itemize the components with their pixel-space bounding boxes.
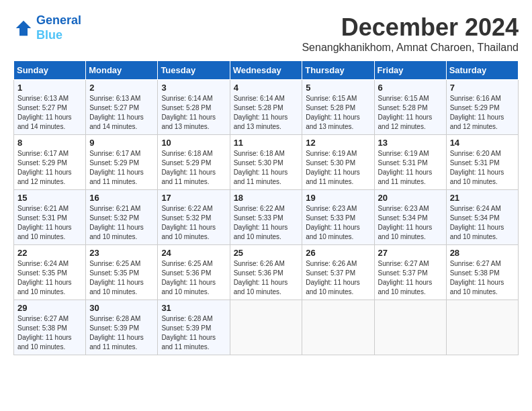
- day-info: Sunrise: 6:27 AMSunset: 5:37 PMDaylight:…: [378, 259, 443, 297]
- calendar-cell: [374, 300, 446, 355]
- logo: General Blue: [13, 13, 81, 42]
- day-number: 1: [17, 83, 82, 93]
- calendar-cell: 25Sunrise: 6:26 AMSunset: 5:36 PMDayligh…: [230, 245, 302, 300]
- day-number: 4: [234, 83, 299, 93]
- weekday-header-saturday: Saturday: [446, 61, 518, 80]
- calendar-cell: 7Sunrise: 6:16 AMSunset: 5:29 PMDaylight…: [446, 80, 518, 135]
- calendar-week-row: 15Sunrise: 6:21 AMSunset: 5:31 PMDayligh…: [14, 190, 519, 245]
- calendar-cell: 23Sunrise: 6:25 AMSunset: 5:35 PMDayligh…: [86, 245, 158, 300]
- day-info: Sunrise: 6:20 AMSunset: 5:31 PMDaylight:…: [450, 149, 515, 187]
- logo-icon: [13, 18, 34, 38]
- day-info: Sunrise: 6:23 AMSunset: 5:33 PMDaylight:…: [306, 204, 370, 242]
- day-info: Sunrise: 6:27 AMSunset: 5:38 PMDaylight:…: [17, 314, 82, 352]
- day-info: Sunrise: 6:28 AMSunset: 5:39 PMDaylight:…: [161, 314, 226, 352]
- calendar-week-row: 8Sunrise: 6:17 AMSunset: 5:29 PMDaylight…: [14, 135, 519, 190]
- day-number: 6: [378, 83, 443, 93]
- day-number: 30: [89, 303, 154, 313]
- calendar-cell: 28Sunrise: 6:27 AMSunset: 5:38 PMDayligh…: [446, 245, 518, 300]
- calendar-cell: 2Sunrise: 6:13 AMSunset: 5:27 PMDaylight…: [86, 80, 158, 135]
- day-info: Sunrise: 6:27 AMSunset: 5:38 PMDaylight:…: [450, 259, 515, 297]
- day-number: 15: [17, 193, 82, 203]
- day-number: 3: [161, 83, 226, 93]
- day-info: Sunrise: 6:19 AMSunset: 5:30 PMDaylight:…: [306, 149, 370, 187]
- calendar-week-row: 29Sunrise: 6:27 AMSunset: 5:38 PMDayligh…: [14, 300, 519, 355]
- day-info: Sunrise: 6:26 AMSunset: 5:37 PMDaylight:…: [306, 259, 370, 297]
- calendar-cell: 22Sunrise: 6:24 AMSunset: 5:35 PMDayligh…: [14, 245, 86, 300]
- logo-text: General Blue: [36, 13, 81, 42]
- day-info: Sunrise: 6:16 AMSunset: 5:29 PMDaylight:…: [450, 94, 515, 132]
- day-info: Sunrise: 6:14 AMSunset: 5:28 PMDaylight:…: [234, 94, 299, 132]
- day-number: 2: [89, 83, 154, 93]
- day-number: 12: [306, 138, 370, 148]
- day-info: Sunrise: 6:25 AMSunset: 5:35 PMDaylight:…: [89, 259, 154, 297]
- day-number: 7: [450, 83, 515, 93]
- calendar-cell: 19Sunrise: 6:23 AMSunset: 5:33 PMDayligh…: [302, 190, 374, 245]
- day-info: Sunrise: 6:26 AMSunset: 5:36 PMDaylight:…: [234, 259, 299, 297]
- calendar-cell: [302, 300, 374, 355]
- weekday-header-sunday: Sunday: [14, 61, 86, 80]
- day-info: Sunrise: 6:13 AMSunset: 5:27 PMDaylight:…: [89, 94, 154, 132]
- day-number: 13: [378, 138, 443, 148]
- day-number: 31: [161, 303, 226, 313]
- page-header: General Blue December 2024 Senangkhanikh…: [13, 13, 519, 54]
- day-number: 16: [89, 193, 154, 203]
- day-number: 29: [17, 303, 82, 313]
- calendar-week-row: 22Sunrise: 6:24 AMSunset: 5:35 PMDayligh…: [14, 245, 519, 300]
- day-number: 10: [161, 138, 226, 148]
- calendar-cell: 26Sunrise: 6:26 AMSunset: 5:37 PMDayligh…: [302, 245, 374, 300]
- calendar-cell: 12Sunrise: 6:19 AMSunset: 5:30 PMDayligh…: [302, 135, 374, 190]
- calendar-cell: 21Sunrise: 6:24 AMSunset: 5:34 PMDayligh…: [446, 190, 518, 245]
- day-info: Sunrise: 6:23 AMSunset: 5:34 PMDaylight:…: [378, 204, 443, 242]
- calendar-cell: [446, 300, 518, 355]
- calendar-cell: 29Sunrise: 6:27 AMSunset: 5:38 PMDayligh…: [14, 300, 86, 355]
- day-number: 27: [378, 248, 443, 258]
- day-info: Sunrise: 6:19 AMSunset: 5:31 PMDaylight:…: [378, 149, 443, 187]
- day-info: Sunrise: 6:13 AMSunset: 5:27 PMDaylight:…: [17, 94, 82, 132]
- day-number: 28: [450, 248, 515, 258]
- day-number: 17: [161, 193, 226, 203]
- day-number: 26: [306, 248, 370, 258]
- weekday-header-row: SundayMondayTuesdayWednesdayThursdayFrid…: [14, 61, 519, 80]
- day-number: 9: [89, 138, 154, 148]
- calendar-cell: 11Sunrise: 6:18 AMSunset: 5:30 PMDayligh…: [230, 135, 302, 190]
- month-title: December 2024: [302, 13, 519, 42]
- day-info: Sunrise: 6:15 AMSunset: 5:28 PMDaylight:…: [306, 94, 370, 132]
- day-number: 20: [378, 193, 443, 203]
- day-number: 23: [89, 248, 154, 258]
- weekday-header-wednesday: Wednesday: [230, 61, 302, 80]
- calendar-cell: 6Sunrise: 6:15 AMSunset: 5:28 PMDaylight…: [374, 80, 446, 135]
- calendar-cell: 17Sunrise: 6:22 AMSunset: 5:32 PMDayligh…: [158, 190, 230, 245]
- day-info: Sunrise: 6:14 AMSunset: 5:28 PMDaylight:…: [161, 94, 226, 132]
- day-number: 21: [450, 193, 515, 203]
- day-info: Sunrise: 6:24 AMSunset: 5:35 PMDaylight:…: [17, 259, 82, 297]
- calendar-cell: 10Sunrise: 6:18 AMSunset: 5:29 PMDayligh…: [158, 135, 230, 190]
- day-info: Sunrise: 6:18 AMSunset: 5:29 PMDaylight:…: [161, 149, 226, 187]
- calendar-table: SundayMondayTuesdayWednesdayThursdayFrid…: [13, 60, 519, 355]
- calendar-cell: 9Sunrise: 6:17 AMSunset: 5:29 PMDaylight…: [86, 135, 158, 190]
- day-info: Sunrise: 6:21 AMSunset: 5:31 PMDaylight:…: [17, 204, 82, 242]
- title-section: December 2024 Senangkhanikhom, Amnat Cha…: [302, 13, 519, 54]
- day-info: Sunrise: 6:22 AMSunset: 5:33 PMDaylight:…: [234, 204, 299, 242]
- calendar-week-row: 1Sunrise: 6:13 AMSunset: 5:27 PMDaylight…: [14, 80, 519, 135]
- calendar-cell: 31Sunrise: 6:28 AMSunset: 5:39 PMDayligh…: [158, 300, 230, 355]
- day-info: Sunrise: 6:17 AMSunset: 5:29 PMDaylight:…: [17, 149, 82, 187]
- day-number: 5: [306, 83, 370, 93]
- calendar-cell: 27Sunrise: 6:27 AMSunset: 5:37 PMDayligh…: [374, 245, 446, 300]
- day-info: Sunrise: 6:22 AMSunset: 5:32 PMDaylight:…: [161, 204, 226, 242]
- calendar-cell: 30Sunrise: 6:28 AMSunset: 5:39 PMDayligh…: [86, 300, 158, 355]
- day-number: 22: [17, 248, 82, 258]
- day-info: Sunrise: 6:15 AMSunset: 5:28 PMDaylight:…: [378, 94, 443, 132]
- day-number: 24: [161, 248, 226, 258]
- weekday-header-thursday: Thursday: [302, 61, 374, 80]
- day-info: Sunrise: 6:28 AMSunset: 5:39 PMDaylight:…: [89, 314, 154, 352]
- day-info: Sunrise: 6:24 AMSunset: 5:34 PMDaylight:…: [450, 204, 515, 242]
- calendar-cell: 18Sunrise: 6:22 AMSunset: 5:33 PMDayligh…: [230, 190, 302, 245]
- location: Senangkhanikhom, Amnat Charoen, Thailand: [302, 42, 519, 54]
- day-info: Sunrise: 6:18 AMSunset: 5:30 PMDaylight:…: [234, 149, 299, 187]
- calendar-cell: 15Sunrise: 6:21 AMSunset: 5:31 PMDayligh…: [14, 190, 86, 245]
- calendar-cell: 16Sunrise: 6:21 AMSunset: 5:32 PMDayligh…: [86, 190, 158, 245]
- calendar-cell: 14Sunrise: 6:20 AMSunset: 5:31 PMDayligh…: [446, 135, 518, 190]
- day-number: 11: [234, 138, 299, 148]
- day-number: 25: [234, 248, 299, 258]
- calendar-cell: 3Sunrise: 6:14 AMSunset: 5:28 PMDaylight…: [158, 80, 230, 135]
